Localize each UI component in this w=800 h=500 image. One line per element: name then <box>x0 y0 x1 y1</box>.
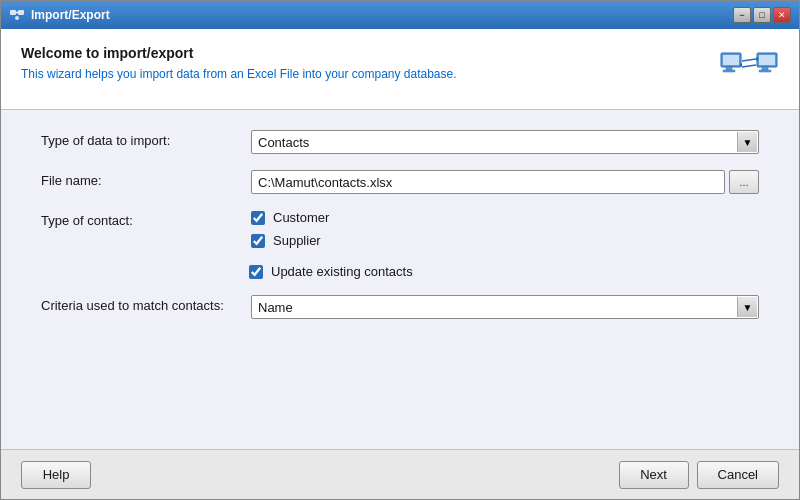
file-label: File name: <box>41 170 241 188</box>
update-row: Update existing contacts <box>41 264 759 279</box>
maximize-button[interactable]: □ <box>753 7 771 23</box>
svg-rect-10 <box>762 67 768 70</box>
file-name-row: File name: ... <box>41 170 759 194</box>
update-checkbox[interactable] <box>249 265 263 279</box>
data-type-select[interactable]: Contacts <box>251 130 759 154</box>
cancel-button[interactable]: Cancel <box>697 461 779 489</box>
svg-rect-9 <box>759 55 775 65</box>
svg-rect-6 <box>726 67 732 70</box>
footer-section: Help Next Cancel <box>1 449 799 499</box>
svg-rect-0 <box>10 10 16 15</box>
browse-button[interactable]: ... <box>729 170 759 194</box>
help-button[interactable]: Help <box>21 461 91 489</box>
criteria-select-wrapper: Name ▼ <box>251 295 759 319</box>
supplier-checkbox-row: Supplier <box>251 233 759 248</box>
header-text: Welcome to import/export This wizard hel… <box>21 45 457 81</box>
customer-checkbox-row: Customer <box>251 210 759 225</box>
title-bar-left: Import/Export <box>9 7 110 23</box>
window-title: Import/Export <box>31 8 110 22</box>
criteria-row: Criteria used to match contacts: Name ▼ <box>41 295 759 319</box>
content-area: Welcome to import/export This wizard hel… <box>1 29 799 449</box>
svg-line-12 <box>742 59 756 61</box>
data-type-select-wrapper: Contacts ▼ <box>251 130 759 154</box>
window-icon <box>9 7 25 23</box>
file-input-area: ... <box>251 170 759 194</box>
svg-point-3 <box>15 16 19 20</box>
data-type-label: Type of data to import: <box>41 130 241 148</box>
window-controls: − □ ✕ <box>733 7 791 23</box>
customer-label[interactable]: Customer <box>273 210 329 225</box>
contact-type-row: Type of contact: Customer Supplier <box>41 210 759 248</box>
main-window: Import/Export − □ ✕ Welcome to import/ex… <box>0 0 800 500</box>
contact-type-label: Type of contact: <box>41 210 241 228</box>
form-section: Type of data to import: Contacts ▼ File … <box>1 110 799 449</box>
update-checkbox-row: Update existing contacts <box>249 264 413 279</box>
header-icon-area <box>719 45 779 95</box>
footer-left: Help <box>21 461 91 489</box>
next-button[interactable]: Next <box>619 461 689 489</box>
close-button[interactable]: ✕ <box>773 7 791 23</box>
customer-checkbox[interactable] <box>251 211 265 225</box>
update-label[interactable]: Update existing contacts <box>271 264 413 279</box>
footer-right: Next Cancel <box>619 461 779 489</box>
header-section: Welcome to import/export This wizard hel… <box>1 29 799 110</box>
checkboxes-group: Customer Supplier <box>251 210 759 248</box>
file-input[interactable] <box>251 170 725 194</box>
svg-rect-7 <box>723 70 735 72</box>
supplier-checkbox[interactable] <box>251 234 265 248</box>
svg-rect-5 <box>723 55 739 65</box>
svg-line-14 <box>742 65 756 67</box>
title-bar: Import/Export − □ ✕ <box>1 1 799 29</box>
header-title: Welcome to import/export <box>21 45 457 61</box>
supplier-label[interactable]: Supplier <box>273 233 321 248</box>
data-type-row: Type of data to import: Contacts ▼ <box>41 130 759 154</box>
criteria-select[interactable]: Name <box>251 295 759 319</box>
svg-rect-1 <box>18 10 24 15</box>
minimize-button[interactable]: − <box>733 7 751 23</box>
criteria-label: Criteria used to match contacts: <box>41 295 241 313</box>
header-description: This wizard helps you import data from a… <box>21 67 457 81</box>
svg-rect-11 <box>759 70 771 72</box>
import-export-icon <box>719 45 779 93</box>
